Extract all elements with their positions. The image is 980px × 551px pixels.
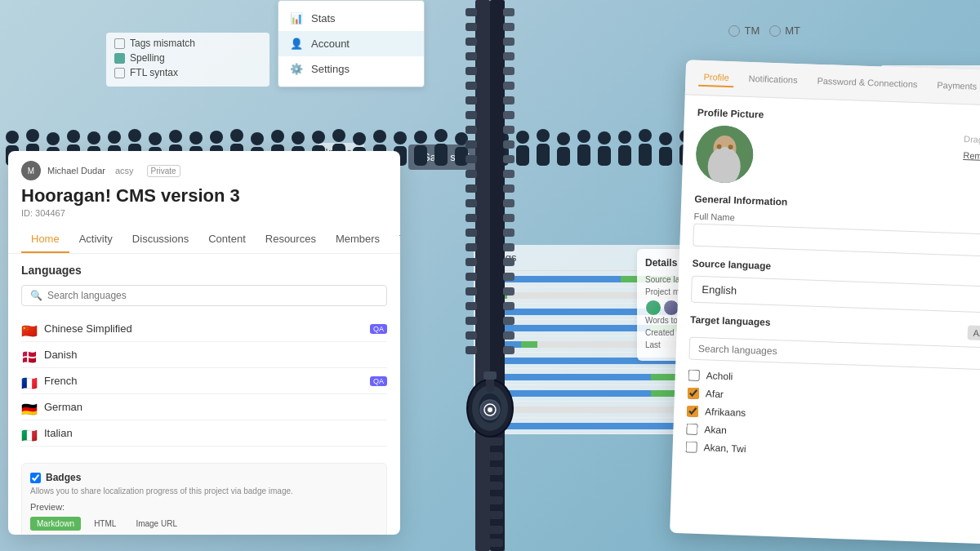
acholi-checkbox[interactable] — [688, 370, 700, 381]
tab-password-connections[interactable]: Password & Connections — [812, 73, 923, 95]
tab-payments[interactable]: Payments — [932, 77, 980, 96]
tm-radio-item[interactable]: TM — [728, 24, 760, 37]
svg-point-36 — [373, 130, 386, 143]
svg-rect-161 — [477, 467, 503, 475]
svg-rect-145 — [503, 273, 514, 281]
tab-activity[interactable]: Activity — [69, 226, 122, 253]
tm-label: TM — [744, 24, 760, 37]
lang-item-french[interactable]: 🇫🇷 French QA — [21, 368, 387, 394]
stats-menu-item[interactable]: 📊 Stats — [278, 6, 424, 31]
svg-point-26 — [271, 130, 284, 143]
source-language-value: English — [691, 276, 980, 313]
remove-avatar-button[interactable]: Remove — [763, 144, 980, 162]
tab-resources[interactable]: Resources — [256, 226, 326, 253]
tab-home[interactable]: Home — [21, 226, 69, 253]
lang-item-german[interactable]: 🇩🇪 German — [21, 394, 387, 420]
svg-rect-124 — [466, 317, 477, 325]
svg-rect-61 — [618, 145, 631, 166]
ftl-checkbox[interactable] — [114, 68, 125, 78]
svg-point-40 — [414, 131, 427, 144]
settings-label: Settings — [311, 63, 350, 75]
spelling-checkbox[interactable] — [114, 53, 125, 64]
left-panel-body: Languages 🔍 🇨🇳 Chinese Simplified QA 🇩🇰 … — [8, 254, 400, 535]
italian-flag: 🇮🇹 — [21, 428, 38, 439]
svg-point-2 — [26, 129, 39, 142]
account-menu-item[interactable]: 👤 Account — [278, 31, 424, 56]
akan-twi-checkbox[interactable] — [685, 441, 697, 452]
svg-point-38 — [394, 131, 407, 144]
left-panel: M Michael Dudar acsy Private Hooragan! C… — [8, 151, 400, 535]
html-tab[interactable]: HTML — [87, 517, 122, 531]
akan-checkbox[interactable] — [686, 423, 697, 434]
markdown-tab[interactable]: Markdown — [30, 517, 81, 531]
svg-rect-105 — [466, 38, 477, 46]
lang-item-danish[interactable]: 🇩🇰 Danish — [21, 342, 387, 368]
svg-point-22 — [230, 129, 243, 142]
tab-members[interactable]: Members — [326, 226, 390, 253]
svg-rect-139 — [503, 184, 514, 193]
chinese-flag: 🇨🇳 — [21, 323, 38, 335]
svg-rect-132 — [503, 82, 514, 90]
svg-point-62 — [639, 129, 652, 142]
tab-content[interactable]: Content — [198, 226, 256, 253]
svg-rect-103 — [466, 8, 477, 16]
language-search-box[interactable]: 🔍 — [21, 285, 387, 306]
badges-section: Badges Allows you to share localization … — [21, 463, 387, 535]
mt-radio[interactable] — [769, 25, 781, 37]
right-panel-body: Profile Picture Drag pic Remove — [670, 95, 980, 539]
svg-rect-166 — [477, 539, 503, 547]
svg-rect-125 — [466, 331, 477, 340]
language-search-input[interactable] — [47, 290, 378, 301]
svg-rect-104 — [466, 23, 477, 31]
svg-rect-112 — [466, 140, 477, 149]
svg-rect-142 — [503, 229, 514, 237]
akan-twi-label: Akan, Twi — [703, 442, 746, 455]
lang-item-italian[interactable]: 🇮🇹 Italian — [21, 420, 387, 447]
svg-point-28 — [292, 131, 305, 144]
tm-mt-area: TM MT — [728, 24, 800, 37]
chinese-name: Chinese Simplified — [44, 322, 363, 335]
tm-radio[interactable] — [728, 25, 740, 37]
svg-point-0 — [6, 131, 19, 144]
stats-icon: 📊 — [290, 12, 303, 24]
svg-point-34 — [353, 132, 366, 145]
svg-rect-122 — [466, 287, 477, 295]
svg-rect-148 — [503, 317, 514, 325]
settings-menu-item[interactable]: ⚙️ Settings — [278, 56, 424, 82]
svg-point-10 — [108, 131, 121, 144]
languages-list: 🇨🇳 Chinese Simplified QA 🇩🇰 Danish 🇫🇷 Fr… — [21, 316, 387, 447]
svg-point-24 — [251, 132, 264, 145]
afrikaans-checkbox[interactable] — [687, 405, 698, 416]
languages-title: Languages — [21, 264, 387, 277]
tab-profile[interactable]: Profile — [698, 69, 734, 87]
svg-rect-119 — [466, 243, 477, 251]
az-sort-button[interactable]: AZ — [967, 325, 980, 340]
tab-tasks[interactable]: Tasks 3 — [390, 226, 400, 253]
svg-rect-158 — [483, 371, 497, 380]
left-panel-header: M Michael Dudar acsy Private Hooragan! C… — [8, 151, 400, 254]
dropdown-menu: 📊 Stats 👤 Account ⚙️ Settings — [278, 0, 425, 87]
account-icon: 👤 — [290, 38, 303, 50]
target-languages-section: Target languages AZ Acholi Afar Afrikaan… — [685, 314, 980, 467]
lang-item-chinese[interactable]: 🇨🇳 Chinese Simplified QA — [21, 316, 387, 342]
tab-discussions[interactable]: Discussions — [122, 226, 198, 253]
svg-point-64 — [659, 132, 672, 145]
german-flag: 🇩🇪 — [21, 402, 38, 413]
image-url-tab[interactable]: Image URL — [129, 517, 184, 531]
user-name: Michael Dudar — [47, 166, 105, 176]
svg-rect-114 — [466, 170, 477, 178]
svg-rect-143 — [503, 243, 514, 251]
svg-rect-136 — [503, 140, 514, 149]
afar-checkbox[interactable] — [688, 388, 699, 399]
tab-notifications[interactable]: Notifications — [743, 70, 803, 90]
svg-point-12 — [128, 129, 141, 142]
danish-flag: 🇩🇰 — [21, 349, 38, 361]
target-lang-search-input[interactable] — [688, 337, 980, 371]
mt-radio-item[interactable]: MT — [769, 24, 800, 37]
display-badges-checkbox[interactable] — [30, 473, 41, 483]
svg-rect-147 — [503, 302, 514, 310]
svg-rect-65 — [659, 147, 672, 166]
tags-mismatch-checkbox[interactable] — [114, 38, 125, 49]
badge-format-tabs: Markdown HTML Image URL — [30, 517, 378, 531]
svg-rect-128 — [503, 23, 514, 31]
